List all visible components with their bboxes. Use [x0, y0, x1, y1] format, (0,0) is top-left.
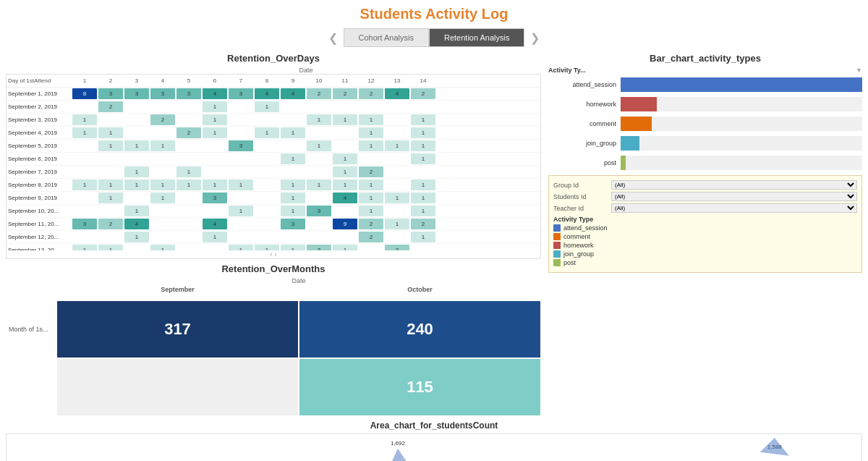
heatmap-cell: 3 — [150, 88, 175, 99]
prev-arrow[interactable]: ❮ — [323, 31, 344, 45]
heatmap-cell — [203, 245, 227, 250]
area-chart-svg: 892 549 376 394 1,692 567 484 1,588 387 … — [7, 434, 861, 461]
days-row-header: Day of 1stAttend — [7, 77, 72, 84]
heatmap-cell — [307, 153, 331, 164]
legend-label: comment — [563, 233, 590, 240]
heatmap-cell: 1 — [385, 219, 409, 229]
heatmap-cell: 1 — [255, 127, 279, 138]
heatmap-cell — [385, 206, 409, 216]
days-col-label: 2 — [98, 77, 124, 84]
bar-fill — [621, 136, 639, 151]
heatmap-cell — [281, 140, 305, 151]
row-label: September 4, 2019 — [7, 130, 72, 136]
area-chart-section — [0, 416, 868, 419]
heatmap-cell: 1 — [150, 179, 175, 190]
heatmap-cell — [124, 245, 149, 250]
heatmap-cell: 1 — [203, 101, 227, 112]
months-row-header: Month of 1s... — [6, 300, 56, 358]
heatmap-cell — [176, 219, 201, 229]
heatmap-cell — [229, 219, 253, 229]
heatmap-cell — [255, 114, 279, 125]
heatmap-cell — [281, 166, 305, 177]
days-col-label: 14 — [410, 77, 436, 84]
heatmap-cell: 1 — [229, 206, 253, 216]
heatmap-cell — [98, 166, 123, 177]
area-chart-wrapper: Area_chart_for_studentsCount — [0, 420, 868, 461]
heatmap-cell: 1 — [359, 206, 383, 216]
bar-row: post264 — [548, 155, 862, 171]
month-cell: 240 — [299, 301, 540, 358]
heatmap-cell — [150, 101, 175, 112]
heatmap-cell — [229, 153, 253, 164]
heatmap-cell: 1 — [72, 127, 97, 138]
days-col-label: 10 — [306, 77, 332, 84]
legend-item: post — [553, 259, 857, 266]
area-chart: 892 549 376 394 1,692 567 484 1,588 387 … — [6, 433, 862, 461]
bar-chart-title: Bar_chart_activity_types — [548, 53, 862, 64]
heatmap-cell — [385, 101, 409, 112]
bar-label: attend_session — [548, 81, 621, 88]
heatmap-cell — [150, 219, 175, 229]
heatmap-cell — [307, 101, 331, 112]
tab-cohort-analysis[interactable]: Cohort Analysis — [344, 28, 429, 47]
days-col-label: 4 — [150, 77, 176, 84]
tab-retention-analysis[interactable]: Retention Analysis — [429, 28, 525, 47]
group-id-select[interactable]: (All) — [611, 180, 857, 190]
heatmap-cell: 1 — [359, 179, 383, 190]
legend: Activity Type attend_sessioncommenthomew… — [553, 216, 857, 266]
row-label: September 11, 20... — [7, 221, 72, 227]
heatmap-cell: 1 — [98, 245, 123, 250]
month-cell: 317 — [57, 301, 298, 358]
heatmap-cell: 2 — [307, 245, 331, 250]
heatmap-cell: 2 — [307, 88, 331, 99]
heatmap-cell — [255, 179, 279, 190]
heatmap-cell: 1 — [72, 245, 97, 250]
heatmap-cell — [333, 232, 357, 242]
heatmap-cell — [176, 245, 201, 250]
bar-track: 264 — [621, 156, 862, 170]
row-label: September 13, 20... — [7, 247, 72, 250]
heatmap-cell: 1 — [359, 127, 383, 138]
heatmap-row: September 6, 2019111 — [7, 153, 540, 166]
heatmap-cell: 2 — [385, 245, 409, 250]
bar-row: attend_session12,104 — [548, 77, 862, 93]
heatmap-cell — [385, 127, 409, 138]
heatmap-cell: 1 — [411, 153, 435, 164]
bar-fill — [621, 97, 657, 111]
heatmap-cell: 1 — [281, 179, 305, 190]
heatmap-cell — [411, 101, 435, 112]
months-label-spacer: Month of 1s... — [6, 286, 56, 416]
heatmap-cell: 1 — [150, 140, 175, 151]
heatmap-cell — [307, 166, 331, 177]
heatmap-cell — [333, 140, 357, 151]
heatmap-cell: 1 — [333, 245, 357, 250]
heatmap-cell: 1 — [124, 140, 149, 151]
heatmap-cell — [333, 101, 357, 112]
legend-label: join_group — [563, 250, 594, 258]
heatmap-cell — [124, 127, 149, 138]
heatmap-cell — [307, 127, 331, 138]
teacher-id-select[interactable]: (All) — [611, 203, 857, 213]
heatmap-row: September 8, 2019111111111111 — [7, 179, 540, 192]
legend-label: homework — [563, 242, 594, 249]
heatmap-cell — [98, 153, 123, 164]
heatmap-cell: 1 — [72, 179, 97, 190]
heatmap-row: September 13, 20...111111212 — [7, 244, 540, 250]
bar-track: 1,810 — [621, 97, 862, 111]
tab-navigation: ❮ Cohort Analysis Retention Analysis ❯ — [0, 28, 868, 47]
heatmap-cell: 1 — [255, 245, 279, 250]
bar-row: homework1,810 — [548, 96, 862, 112]
heatmap-cell: 1 — [411, 140, 435, 151]
months-col-label: October — [299, 286, 541, 300]
heatmap-cell — [281, 232, 305, 242]
next-arrow[interactable]: ❯ — [524, 31, 545, 45]
heatmap-cell — [176, 153, 201, 164]
students-id-select[interactable]: (All) — [611, 192, 857, 201]
filter-icon[interactable]: ▼ — [856, 67, 862, 74]
students-id-label: Students Id — [553, 193, 611, 200]
bar-row: join_group934 — [548, 135, 862, 151]
heatmap-cell — [72, 232, 97, 242]
heatmap-cell: 1 — [307, 140, 331, 151]
row-label: September 7, 2019 — [7, 169, 72, 175]
heatmap-cell — [385, 232, 409, 242]
